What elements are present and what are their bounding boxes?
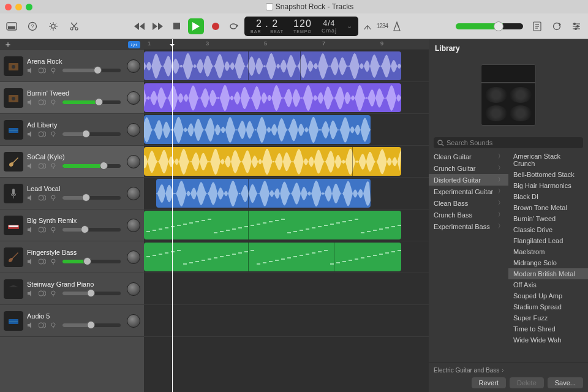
settings-icon[interactable] [48,21,59,32]
lcd-chevron-icon[interactable]: ⌄ [347,22,352,30]
pan-knob[interactable] [127,91,140,105]
arrange-lane[interactable] [144,178,429,209]
library-item[interactable]: Modern British Metal [508,268,588,279]
library-item[interactable]: Black DI [508,191,588,202]
count-in-button[interactable]: 1234 [377,21,388,32]
library-item[interactable]: Crunch Guitar〉 [429,162,508,174]
solo-button[interactable] [38,257,47,266]
library-item[interactable]: Wide Wide Wah [508,334,588,345]
mute-button[interactable] [27,257,36,266]
input-monitor-button[interactable] [49,321,58,330]
pan-knob[interactable] [127,314,140,328]
library-item[interactable]: Stadium Spread [508,301,588,312]
regions-toggle[interactable]: ›♪‹ [128,41,141,48]
region[interactable] [144,115,371,144]
library-item[interactable]: Midrange Solo [508,257,588,268]
library-item[interactable]: Brown Tone Metal [508,202,588,213]
solo-button[interactable] [38,194,47,202]
help-icon[interactable]: ? [27,21,38,32]
arrange-lane[interactable] [144,146,429,178]
mute-button[interactable] [27,98,36,107]
mute-button[interactable] [27,225,36,234]
volume-slider[interactable] [62,228,121,232]
library-item[interactable]: Souped Up Amp [508,290,588,301]
metronome-icon[interactable] [391,21,402,32]
library-item[interactable]: Super Fuzz [508,312,588,323]
library-item[interactable]: Burnin' Tweed [508,213,588,224]
volume-slider[interactable] [62,164,121,168]
master-volume-slider[interactable] [456,23,523,29]
library-breadcrumb[interactable]: Electric Guitar and Bass› [434,367,583,374]
library-item[interactable]: Big Hair Harmonics [508,180,588,191]
library-item[interactable]: American Stack Crunch [508,151,588,169]
pan-knob[interactable] [127,251,140,264]
solo-button[interactable] [38,225,47,234]
arrange-area[interactable]: 13579 [144,39,429,392]
volume-slider[interactable] [62,100,121,104]
lcd-display[interactable]: 2 . 2BAR BEAT 120TEMPO 4/4Cmaj ⌄ [244,17,358,36]
input-monitor-button[interactable] [49,162,58,170]
library-item[interactable]: Experimental Guitar〉 [429,186,508,197]
library-item[interactable]: Time to Shred [508,323,588,334]
stop-button[interactable] [170,20,183,33]
minimize-window-button[interactable] [15,4,22,10]
mute-button[interactable] [27,321,36,330]
volume-slider[interactable] [62,196,121,200]
input-monitor-button[interactable] [49,289,58,298]
input-monitor-button[interactable] [49,225,58,234]
library-search-input[interactable]: Search Sounds [434,137,583,148]
solo-button[interactable] [38,289,47,298]
region[interactable] [144,243,401,271]
pan-knob[interactable] [127,187,140,200]
library-item[interactable]: Experimental Bass〉 [429,221,508,232]
scissors-icon[interactable] [69,21,80,32]
playhead[interactable] [172,39,173,392]
mute-button[interactable] [27,194,36,202]
save-button[interactable]: Save... [548,377,583,388]
volume-slider[interactable] [62,260,121,263]
track-header[interactable]: Arena Rock [0,50,144,82]
record-button[interactable] [209,20,222,33]
mute-button[interactable] [27,289,36,298]
add-track-button[interactable]: ＋ [4,39,12,50]
play-button[interactable] [188,18,204,34]
pan-knob[interactable] [127,59,140,73]
region[interactable] [144,83,401,112]
track-header[interactable]: Ad Liberty [0,114,144,146]
arrange-lane[interactable] [144,114,429,146]
solo-button[interactable] [38,130,47,138]
library-item[interactable]: Classic Drive [508,224,588,235]
region[interactable] [144,147,401,176]
region[interactable] [156,179,371,208]
track-header[interactable]: Big Synth Remix [0,209,144,241]
forward-button[interactable] [151,20,165,33]
pan-knob[interactable] [127,219,140,232]
library-item[interactable]: Crunch Bass〉 [429,209,508,221]
editors-icon[interactable] [571,21,582,32]
close-window-button[interactable] [5,4,12,10]
arrange-lane[interactable] [144,50,429,82]
pan-knob[interactable] [127,155,140,168]
input-monitor-button[interactable] [49,98,58,107]
loops-icon[interactable] [551,21,562,32]
library-item[interactable]: Clean Bass〉 [429,197,508,209]
volume-slider[interactable] [62,132,121,136]
volume-slider[interactable] [62,69,121,72]
solo-button[interactable] [38,162,47,170]
track-header[interactable]: SoCal (Kyle) [0,146,144,178]
revert-button[interactable]: Revert [472,377,506,388]
pan-knob[interactable] [127,282,140,296]
library-item[interactable]: Bell-Bottomed Stack [508,169,588,180]
input-monitor-button[interactable] [49,66,58,75]
library-item[interactable]: Off Axis [508,279,588,290]
arrange-lane[interactable] [144,273,429,305]
volume-slider[interactable] [62,323,121,327]
ruler[interactable]: 13579 [144,39,429,50]
tuner-icon[interactable] [362,21,373,32]
arrange-lane[interactable] [144,241,429,273]
region[interactable] [144,211,401,239]
mute-button[interactable] [27,66,36,75]
arrange-lane[interactable] [144,82,429,114]
solo-button[interactable] [38,98,47,107]
arrange-lane[interactable] [144,305,429,337]
